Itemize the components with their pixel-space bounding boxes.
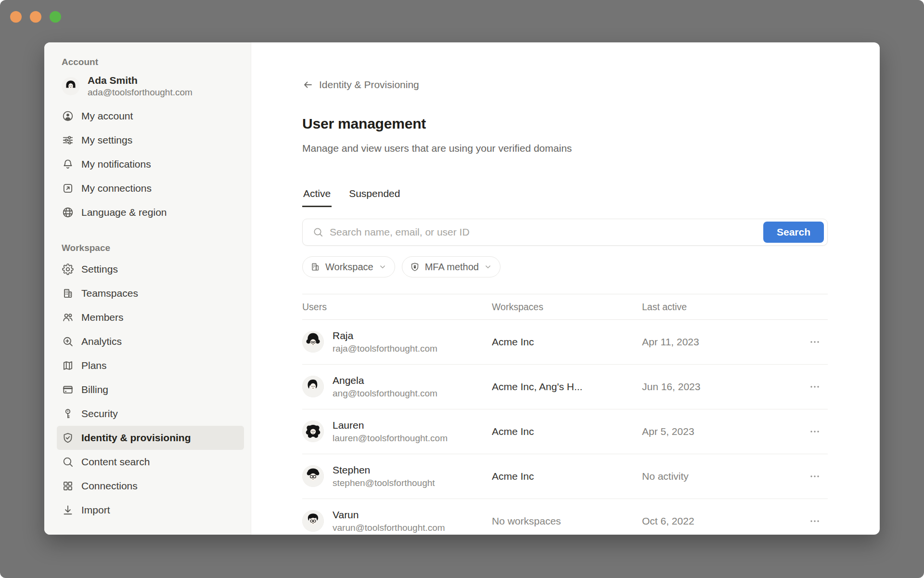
bell-icon — [62, 158, 74, 171]
user-workspaces: No workspaces — [492, 515, 642, 527]
breadcrumb-label: Identity & Provisioning — [319, 79, 419, 91]
grid-icon — [62, 480, 74, 492]
sidebar-item-billing[interactable]: Billing — [57, 378, 244, 402]
user-last-active: No activity — [642, 471, 782, 482]
sidebar-item-label: Billing — [81, 384, 108, 395]
sidebar-item-teamspaces[interactable]: Teamspaces — [57, 281, 244, 305]
sidebar-item-plans[interactable]: Plans — [57, 354, 244, 378]
sidebar-item-label: Analytics — [81, 336, 122, 347]
varun-avatar — [302, 510, 324, 532]
back-arrow-icon — [302, 79, 314, 91]
sidebar-item-my-notifications[interactable]: My notifications — [57, 152, 244, 176]
sidebar-item-label: Import — [81, 504, 110, 516]
page-title: User management — [302, 116, 828, 132]
magnifier-plus-icon — [62, 335, 74, 348]
magnifier-icon — [62, 456, 74, 468]
search-bar: Search — [302, 219, 828, 246]
sidebar-item-content-search[interactable]: Content search — [57, 450, 244, 474]
table-row: Angela ang@toolsforthought.com Acme Inc,… — [302, 365, 828, 409]
globe-icon — [62, 206, 74, 219]
search-input[interactable] — [330, 226, 757, 238]
tab-active[interactable]: Active — [302, 188, 332, 207]
chevron-down-icon — [484, 263, 492, 271]
table-row: Raja raja@toolsforthought.com Acme Inc A… — [302, 320, 828, 365]
user-name: Stephen — [333, 463, 435, 476]
person-circle-icon — [62, 110, 74, 122]
filter-chips: Workspace MFA method — [302, 256, 828, 277]
sidebar-profile[interactable]: Ada Smith ada@toolsforthought.com — [57, 71, 244, 104]
search-button[interactable]: Search — [763, 222, 824, 243]
sidebar-item-connections[interactable]: Connections — [57, 474, 244, 498]
sidebar-item-label: My connections — [81, 183, 152, 194]
close-button[interactable] — [10, 11, 22, 23]
sidebar-section-account: Account — [57, 57, 244, 71]
row-actions-button[interactable] — [807, 515, 823, 527]
settings-sidebar: Account Ada Smith ada@toolsforthought.co… — [44, 42, 251, 535]
sidebar-item-my-account[interactable]: My account — [57, 104, 244, 128]
sidebar-item-label: Language & region — [81, 207, 167, 218]
sidebar-item-label: Security — [81, 408, 118, 420]
sidebar-item-label: My notifications — [81, 158, 151, 170]
desktop-background: Account Ada Smith ada@toolsforthought.co… — [0, 0, 924, 578]
sidebar-item-label: My settings — [81, 134, 132, 146]
breadcrumb-back[interactable]: Identity & Provisioning — [302, 79, 419, 91]
table-row: Lauren lauren@toolsforthought.com Acme I… — [302, 409, 828, 454]
user-last-active: Apr 5, 2023 — [642, 426, 782, 437]
sidebar-item-security[interactable]: Security — [57, 402, 244, 426]
sidebar-item-settings[interactable]: Settings — [57, 257, 244, 281]
gear-icon — [62, 263, 74, 276]
table-header: Users Workspaces Last active — [302, 294, 828, 320]
chip-label: Workspace — [325, 262, 373, 273]
sidebar-item-analytics[interactable]: Analytics — [57, 329, 244, 354]
import-arrow-icon — [62, 504, 74, 516]
workspace-filter-chip[interactable]: Workspace — [302, 256, 395, 277]
tabs: Active Suspended — [302, 188, 828, 207]
sidebar-item-language-region[interactable]: Language & region — [57, 200, 244, 224]
column-header-users: Users — [302, 302, 492, 313]
sidebar-item-my-settings[interactable]: My settings — [57, 128, 244, 152]
user-email: stephen@toolsforthought — [333, 477, 435, 489]
user-workspaces: Acme Inc — [492, 336, 642, 348]
ellipsis-icon — [809, 426, 821, 437]
sidebar-section-workspace: Workspace — [57, 243, 244, 257]
building-icon — [62, 287, 74, 300]
user-workspaces: Acme Inc, Ang's H... — [492, 381, 642, 393]
user-management-panel: Identity & Provisioning User management … — [251, 42, 880, 535]
sidebar-item-label: Members — [81, 312, 124, 323]
user-last-active: Jun 16, 2023 — [642, 381, 782, 393]
row-actions-button[interactable] — [807, 336, 823, 348]
sliders-icon — [62, 134, 74, 146]
window-controls — [10, 11, 61, 23]
settings-window: Account Ada Smith ada@toolsforthought.co… — [44, 42, 880, 535]
row-actions-button[interactable] — [807, 470, 823, 483]
profile-email: ada@toolsforthought.com — [88, 87, 192, 98]
page-subtitle: Manage and view users that are using you… — [302, 143, 828, 154]
user-workspaces: Acme Inc — [492, 426, 642, 437]
sidebar-item-my-connections[interactable]: My connections — [57, 176, 244, 200]
minimize-button[interactable] — [30, 11, 41, 23]
sidebar-item-import[interactable]: Import — [57, 498, 244, 522]
sidebar-item-label: Identity & provisioning — [81, 432, 191, 444]
tab-suspended[interactable]: Suspended — [348, 188, 401, 207]
ellipsis-icon — [809, 471, 821, 482]
credit-card-icon — [62, 383, 74, 396]
table-row: Stephen stephen@toolsforthought Acme Inc… — [302, 454, 828, 499]
sidebar-item-members[interactable]: Members — [57, 305, 244, 329]
row-actions-button[interactable] — [807, 381, 823, 393]
shield-lock-icon — [410, 262, 420, 272]
row-actions-button[interactable] — [807, 425, 823, 438]
arrow-up-right-box-icon — [62, 182, 74, 195]
search-icon — [312, 226, 324, 238]
map-icon — [62, 359, 74, 372]
ellipsis-icon — [809, 381, 821, 393]
stephen-avatar — [302, 465, 324, 487]
user-name: Lauren — [333, 419, 448, 432]
table-row: Varun varun@toolsforthought.com No works… — [302, 499, 828, 535]
user-workspaces: Acme Inc — [492, 471, 642, 482]
zoom-button[interactable] — [50, 11, 61, 23]
sidebar-item-identity-provisioning[interactable]: Identity & provisioning — [57, 426, 244, 450]
sidebar-item-label: Teamspaces — [81, 288, 138, 299]
mfa-method-filter-chip[interactable]: MFA method — [402, 256, 500, 277]
column-header-workspaces: Workspaces — [492, 302, 642, 313]
users-table: Users Workspaces Last active Raja raja@t… — [302, 294, 828, 535]
